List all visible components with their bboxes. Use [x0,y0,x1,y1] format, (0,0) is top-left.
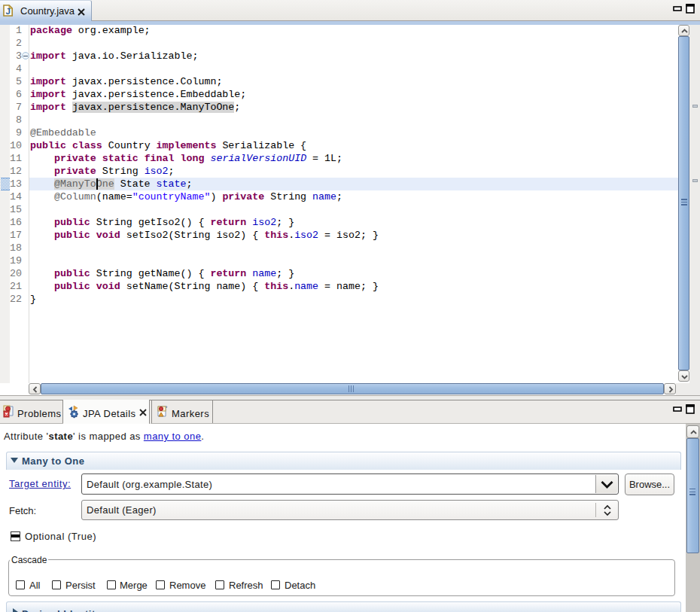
svg-text:J: J [5,7,10,16]
